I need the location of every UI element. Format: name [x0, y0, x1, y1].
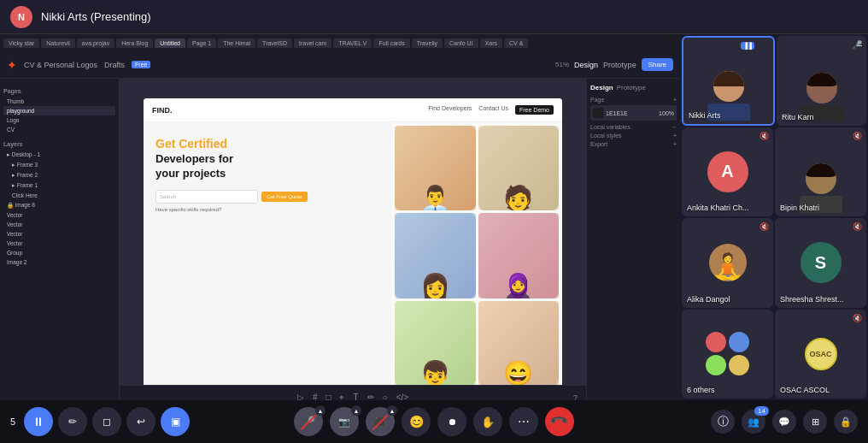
- emoji-button[interactable]: 😊: [402, 407, 431, 436]
- more-options-button[interactable]: ⋯: [509, 407, 538, 436]
- record-button[interactable]: ⏺: [437, 407, 466, 436]
- others-grid: [699, 325, 756, 382]
- tool-pen[interactable]: ⌖: [339, 393, 344, 401]
- tab-page1[interactable]: Page 1: [187, 38, 216, 48]
- tool-frame[interactable]: #: [313, 393, 318, 400]
- tab-traveliy1[interactable]: Traveliy: [412, 38, 443, 48]
- figma-prototype-tab[interactable]: Prototype: [603, 61, 636, 69]
- ankita-avatar: A: [707, 151, 748, 192]
- nikki-name: Nikki Arts: [689, 111, 721, 120]
- eraser-button[interactable]: ◻: [92, 407, 121, 436]
- layer-vector3[interactable]: Vector: [3, 229, 115, 239]
- tab-hera[interactable]: Hera Blog: [116, 38, 153, 48]
- tab-himal[interactable]: The Himal: [218, 38, 255, 48]
- layer-image2[interactable]: Image 2: [3, 257, 115, 267]
- alika-name: Alika Dangol: [687, 295, 730, 304]
- tab-full-cards[interactable]: Full cards: [373, 38, 409, 48]
- people-grid: 👨‍💼 🧑 👩: [391, 122, 562, 389]
- hangup-button[interactable]: 📞: [539, 401, 580, 442]
- local-variables-section: Local variables→: [590, 124, 677, 130]
- layer-frame2[interactable]: ▸ Frame 2: [3, 170, 115, 180]
- help-btn[interactable]: ?: [573, 393, 578, 401]
- raise-hand-button[interactable]: ✋: [473, 407, 502, 436]
- page-cv[interactable]: CV: [3, 125, 115, 134]
- figma-share-button[interactable]: Share: [642, 58, 673, 71]
- screen-share: Vicky star Naturevil ava.projav Hera Blo…: [0, 34, 680, 400]
- control-button[interactable]: ▣: [161, 407, 190, 436]
- shreesha-mute-icon: 🔇: [853, 222, 862, 231]
- tab-xars[interactable]: Xars: [480, 38, 502, 48]
- layer-frame1[interactable]: ▸ Frame 1: [3, 180, 115, 191]
- browser-tabs: Vicky star Naturevil ava.projav Hera Blo…: [0, 34, 680, 51]
- undo-button[interactable]: ↩: [126, 407, 155, 436]
- video-grid: Nikki Arts ▐▐ Ritu Karn 🎤̶: [680, 34, 868, 400]
- draw-button[interactable]: ✏: [58, 407, 87, 436]
- layer-click[interactable]: Click Here: [3, 191, 115, 200]
- tab-ava[interactable]: ava.projav: [77, 38, 114, 48]
- page-playground[interactable]: playground: [3, 106, 115, 115]
- local-styles-section: Local styles+: [590, 133, 677, 139]
- figma-canvas: FIND. Find Developers Contact Us Free De…: [120, 79, 586, 400]
- tab-cv[interactable]: CV &: [504, 38, 528, 48]
- tab-travelsd[interactable]: TravelSD: [257, 38, 292, 48]
- person-card-1: 👨‍💼: [395, 126, 476, 210]
- presenter-avatar: N: [10, 6, 32, 28]
- layer-frame3[interactable]: ▸ Frame 3: [3, 160, 115, 170]
- figma-zoom: 51%: [555, 61, 569, 68]
- control-bar-left: 5 ⏸ ✏ ◻ ↩ ▣: [10, 407, 190, 436]
- get-free-quote-btn: Get Free Quote: [261, 192, 308, 202]
- figma-free-badge: Free: [132, 61, 150, 68]
- activities-button[interactable]: ⊞: [803, 410, 827, 434]
- video-tile-others: 6 others: [682, 310, 773, 399]
- tab-travel-cam[interactable]: travel cam: [294, 38, 331, 48]
- layer-desktop[interactable]: ▸ Desktop - 1: [3, 150, 115, 160]
- tool-code[interactable]: </>: [396, 393, 408, 400]
- layer-vector2[interactable]: Vector: [3, 220, 115, 229]
- video-tile-ankita: A Ankita Khatri Ch... 🔇: [682, 127, 773, 217]
- person-card-2: 🧑: [478, 126, 560, 210]
- website-preview: FIND. Find Developers Contact Us Free De…: [144, 98, 562, 389]
- design-tab-label[interactable]: Design: [590, 84, 613, 92]
- video-tile-osac: OSAC OSAC ASCOL 🔇: [775, 310, 866, 399]
- video-arrow-icon[interactable]: ▲: [351, 405, 361, 416]
- tab-vicky[interactable]: Vicky star: [3, 38, 39, 48]
- tool-select[interactable]: ▷: [297, 393, 304, 400]
- tool-edit[interactable]: ✏: [367, 393, 374, 400]
- nav-find-devs: Find Developers: [428, 105, 472, 115]
- time-display: 5: [10, 416, 15, 427]
- figma-logo-icon: ✦: [7, 58, 17, 72]
- chat-button[interactable]: 💬: [772, 410, 796, 434]
- others-name: 6 others: [687, 386, 715, 394]
- control-bar-right: ⓘ 👥 14 💬 ⊞ 🔒: [711, 410, 858, 434]
- website-logo: FIND.: [152, 106, 173, 115]
- figma-design-tab[interactable]: Design: [574, 61, 598, 69]
- layer-vector1[interactable]: Vector: [3, 210, 115, 220]
- prototype-tab-label[interactable]: Prototype: [617, 84, 646, 92]
- page-thumb[interactable]: Thumb: [3, 97, 115, 106]
- hero-headline: Get Certified Developers foryour project…: [155, 136, 379, 181]
- tab-travel-v[interactable]: TRAVEL V: [333, 38, 372, 48]
- mic-arrow-icon[interactable]: ▲: [315, 405, 326, 416]
- page-logo[interactable]: Logo: [3, 115, 115, 125]
- layer-group[interactable]: Group: [3, 248, 115, 257]
- tool-rect[interactable]: □: [326, 393, 331, 400]
- person-card-4: 🧕: [478, 213, 560, 298]
- export-section: Export+: [590, 141, 677, 147]
- presenter-title: Nikki Arts (Presenting): [41, 10, 151, 23]
- tool-text[interactable]: T: [353, 393, 358, 400]
- video-tile-shreesha: S Shreesha Shrest... 🔇: [775, 218, 866, 308]
- tab-canfo[interactable]: Canfo UI: [444, 38, 478, 48]
- layer-vector4[interactable]: Vector: [3, 239, 115, 248]
- ankita-name: Ankita Khatri Ch...: [687, 204, 749, 212]
- title-bar: N Nikki Arts (Presenting): [0, 0, 868, 34]
- screenshare-arrow-icon[interactable]: ▲: [387, 405, 397, 416]
- tab-naturevil[interactable]: Naturevil: [41, 38, 75, 48]
- layer-image8[interactable]: 🔒 image 8: [3, 200, 115, 210]
- video-tile-nikki: Nikki Arts ▐▐: [682, 36, 775, 126]
- pause-button[interactable]: ⏸: [24, 407, 53, 436]
- lock-button[interactable]: 🔒: [834, 410, 858, 434]
- tab-untitled[interactable]: Untitled: [155, 38, 185, 48]
- tool-circle[interactable]: ○: [383, 393, 388, 400]
- figma-file-label: CV & Personal Logos: [24, 61, 97, 69]
- info-button[interactable]: ⓘ: [711, 410, 735, 434]
